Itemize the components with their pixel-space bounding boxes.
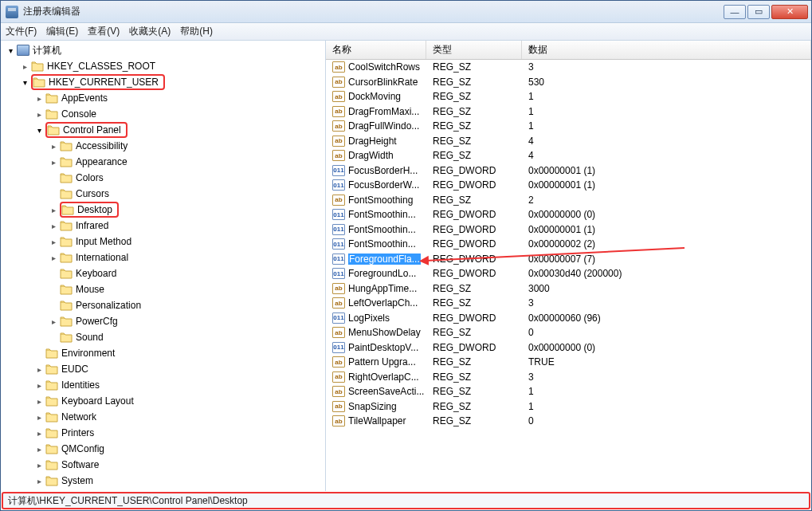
titlebar[interactable]: 注册表编辑器 — ▭ ✕ (1, 1, 811, 23)
list-row[interactable]: 011FocusBorderH...REG_DWORD0x00000001 (1… (326, 163, 811, 179)
list-body[interactable]: abCoolSwitchRowsREG_SZ3abCursorBlinkRate… (326, 60, 811, 491)
list-row[interactable]: abRightOverlapC...REG_SZ3 (326, 370, 811, 385)
chevron-down-icon[interactable]: ▾ (20, 78, 29, 87)
tree-item[interactable]: Mouse (1, 281, 325, 297)
chevron-right-icon[interactable]: ▸ (34, 110, 44, 119)
tree-item[interactable]: ▸Infrared (1, 218, 325, 234)
menu-edit[interactable]: 编辑(E) (46, 25, 78, 38)
list-row[interactable]: abLeftOverlapCh...REG_SZ3 (326, 296, 811, 311)
tree-item[interactable]: ▸Identities (1, 377, 325, 393)
chevron-right-icon[interactable]: ▸ (34, 477, 44, 485)
tree-item[interactable]: ▸HKEY_CLASSES_ROOT (1, 58, 325, 74)
menu-help[interactable]: 帮助(H) (180, 25, 213, 38)
list-row[interactable]: 011FontSmoothin...REG_DWORD0x00000001 (1… (326, 222, 811, 238)
chevron-right-icon[interactable]: ▸ (34, 445, 44, 454)
list-row[interactable]: abPattern Upgra...REG_SZTRUE (326, 355, 811, 370)
tree-item-label: Sound (76, 332, 104, 343)
list-row[interactable]: 011FontSmoothin...REG_DWORD0x00000000 (0… (326, 207, 811, 222)
chevron-right-icon[interactable]: ▸ (49, 206, 58, 214)
value-data: 0x00000000 (0) (522, 342, 811, 353)
tree-item[interactable]: ▸International (1, 250, 325, 265)
list-row[interactable]: abDragFullWindo...REG_SZ1 (326, 119, 811, 134)
value-name: DragFullWindo... (348, 120, 419, 132)
list-row[interactable]: abSnapSizingREG_SZ1 (326, 399, 811, 415)
value-type: REG_SZ (426, 386, 522, 397)
list-row[interactable]: abDragHeightREG_SZ4 (326, 134, 811, 149)
value-data: 0x00000060 (96) (522, 312, 811, 324)
minimize-button[interactable]: — (724, 5, 746, 19)
list-row[interactable]: 011PaintDesktopV...REG_DWORD0x00000000 (… (326, 340, 811, 356)
chevron-down-icon[interactable]: ▾ (6, 46, 15, 55)
col-data[interactable]: 数据 (522, 41, 811, 59)
list-row[interactable]: abDragWidthREG_SZ4 (326, 148, 811, 163)
tree-item[interactable]: ▸Software (1, 457, 325, 473)
tree-item[interactable]: Cursors (1, 186, 325, 202)
chevron-right-icon[interactable]: ▸ (49, 222, 58, 230)
list-row[interactable]: abHungAppTime...REG_SZ3000 (326, 281, 811, 297)
tree-item[interactable]: Keyboard (1, 265, 325, 281)
chevron-right-icon[interactable]: ▸ (34, 397, 44, 406)
list-row[interactable]: abTileWallpaperREG_SZ0 (326, 414, 811, 429)
tree-pane[interactable]: ▾ 计算机 ▸HKEY_CLASSES_ROOT▾HKEY_CURRENT_US… (1, 41, 326, 491)
list-row[interactable]: abDragFromMaxi...REG_SZ1 (326, 104, 811, 120)
tree-item[interactable]: ▾Control Panel (1, 122, 325, 138)
tree-item[interactable]: Environment (1, 345, 325, 361)
tree-item[interactable]: ▸Input Method (1, 234, 325, 250)
tree-item-label: Mouse (76, 284, 104, 295)
chevron-right-icon[interactable]: ▸ (49, 142, 58, 151)
list-row[interactable]: abCoolSwitchRowsREG_SZ3 (326, 60, 811, 75)
chevron-right-icon[interactable]: ▸ (34, 381, 44, 390)
chevron-down-icon[interactable]: ▾ (34, 126, 44, 135)
chevron-right-icon[interactable]: ▸ (34, 429, 44, 438)
maximize-button[interactable]: ▭ (747, 5, 770, 19)
tree-item[interactable]: ▸PowerCfg (1, 313, 325, 329)
list-row[interactable]: abMenuShowDelayREG_SZ0 (326, 325, 811, 340)
close-button[interactable]: ✕ (771, 5, 808, 19)
tree-item[interactable]: ▸AppEvents (1, 90, 325, 106)
chevron-right-icon[interactable]: ▸ (49, 254, 58, 262)
tree-item[interactable]: Personalization (1, 297, 325, 313)
tree-root[interactable]: ▾ 计算机 (1, 42, 325, 58)
tree-item[interactable]: ▸Network (1, 409, 325, 425)
list-row[interactable]: 011FocusBorderW...REG_DWORD0x00000001 (1… (326, 178, 811, 193)
string-value-icon: ab (332, 371, 345, 383)
col-name[interactable]: 名称 (326, 41, 426, 59)
menu-favorites[interactable]: 收藏夹(A) (129, 25, 171, 38)
list-row[interactable]: abScreenSaveActi...REG_SZ1 (326, 384, 811, 399)
tree-item[interactable]: ▸Keyboard Layout (1, 393, 325, 409)
chevron-right-icon[interactable]: ▸ (34, 365, 44, 374)
list-row[interactable]: 011ForegroundLo...REG_DWORD0x00030d40 (2… (326, 266, 811, 281)
tree-item[interactable]: ▸Desktop (1, 202, 325, 218)
chevron-right-icon[interactable]: ▸ (20, 62, 29, 71)
list-row[interactable]: 011ForegroundFla...REG_DWORD0x00000007 (… (326, 252, 811, 267)
chevron-right-icon[interactable]: ▸ (34, 94, 44, 103)
tree-item[interactable]: ▾HKEY_CURRENT_USER (1, 74, 325, 90)
tree-item-label: Appearance (76, 156, 127, 167)
tree-item[interactable]: ▸Appearance (1, 154, 325, 170)
list-row[interactable]: 011FontSmoothin...REG_DWORD0x00000002 (2… (326, 237, 811, 252)
chevron-right-icon[interactable]: ▸ (49, 317, 58, 326)
chevron-right-icon[interactable]: ▸ (34, 413, 44, 422)
value-type: REG_DWORD (426, 268, 522, 279)
chevron-right-icon[interactable]: ▸ (34, 461, 44, 470)
list-row[interactable]: abDockMovingREG_SZ1 (326, 89, 811, 104)
tree-item[interactable]: ▸Printers (1, 425, 325, 441)
tree-item[interactable]: Sound (1, 329, 325, 345)
tree-item[interactable]: ▸QMConfig (1, 441, 325, 457)
tree-item[interactable]: ▸System (1, 473, 325, 489)
tree-item[interactable]: ▸EUDC (1, 361, 325, 377)
list-row[interactable]: abCursorBlinkRateREG_SZ530 (326, 75, 811, 90)
list-row[interactable]: abFontSmoothingREG_SZ2 (326, 193, 811, 208)
list-row[interactable]: 011LogPixelsREG_DWORD0x00000060 (96) (326, 311, 811, 326)
tree-item[interactable]: ▸Console (1, 106, 325, 122)
tree-item[interactable]: Colors (1, 170, 325, 186)
value-name: FontSmoothin... (348, 224, 416, 235)
col-type[interactable]: 类型 (426, 41, 522, 59)
chevron-right-icon[interactable]: ▸ (49, 238, 58, 246)
menu-file[interactable]: 文件(F) (6, 25, 37, 38)
menu-view[interactable]: 查看(V) (88, 25, 120, 38)
string-value-icon: ab (332, 91, 345, 102)
string-value-icon: ab (332, 327, 345, 338)
chevron-right-icon[interactable]: ▸ (49, 158, 58, 167)
tree-item[interactable]: ▸Accessibility (1, 138, 325, 154)
